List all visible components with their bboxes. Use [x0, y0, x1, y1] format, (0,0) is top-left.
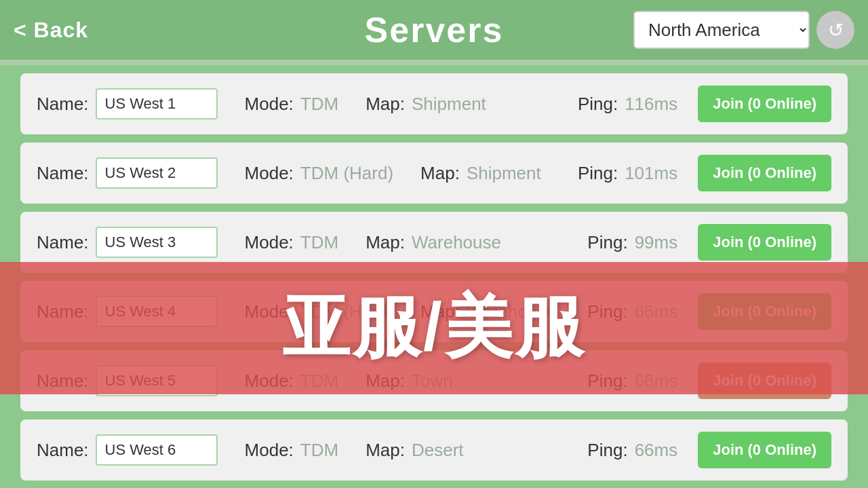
ping-label: Ping:	[578, 94, 618, 115]
ping-value: 99ms	[635, 232, 678, 253]
mode-group: Mode: TDM	[245, 94, 339, 115]
map-value: Shipment	[412, 94, 486, 115]
map-value: Warehouse	[467, 301, 556, 322]
ping-label: Ping:	[587, 440, 627, 461]
map-group: Map: Warehouse	[420, 301, 556, 322]
mode-label: Mode:	[245, 440, 294, 461]
map-value: Desert	[412, 440, 464, 461]
name-input[interactable]	[96, 88, 218, 119]
name-group: Name:	[37, 434, 218, 466]
mode-label: Mode:	[245, 232, 294, 253]
map-group: Map: Warehouse	[366, 232, 501, 253]
map-group: Map: Shipment	[366, 94, 486, 115]
ping-group: Ping: 66ms	[587, 371, 677, 392]
map-label: Map:	[420, 301, 460, 322]
server-list-container: Name: Mode: TDM Map: Shipment Ping: 116m…	[0, 65, 868, 488]
name-input[interactable]	[96, 434, 218, 466]
mode-group: Mode: TDM	[245, 371, 339, 392]
ping-value: 66ms	[635, 371, 678, 392]
map-value: Warehouse	[412, 232, 501, 253]
ping-group: Ping: 99ms	[587, 232, 677, 253]
join-button[interactable]: Join (0 Online)	[698, 155, 831, 191]
ping-value: 66ms	[635, 440, 678, 461]
join-button[interactable]: Join (0 Online)	[698, 362, 831, 399]
mode-value: TDM (Hard)	[300, 163, 393, 184]
map-label: Map:	[366, 371, 405, 392]
name-label: Name:	[37, 301, 89, 322]
name-label: Name:	[37, 94, 89, 115]
name-label: Name:	[37, 232, 89, 253]
ping-label: Ping:	[578, 163, 618, 184]
ping-group: Ping: 101ms	[578, 163, 677, 184]
mode-group: Mode: TDM (Hard)	[245, 301, 393, 322]
mode-value: TDM	[300, 232, 338, 253]
header-divider	[0, 60, 868, 65]
map-group: Map: Desert	[366, 440, 463, 461]
join-button[interactable]: Join (0 Online)	[698, 432, 831, 468]
map-label: Map:	[420, 163, 460, 184]
ping-label: Ping:	[587, 371, 627, 392]
name-group: Name:	[37, 365, 218, 396]
name-label: Name:	[37, 371, 89, 392]
name-input[interactable]	[96, 227, 218, 258]
mode-group: Mode: TDM	[245, 232, 339, 253]
mode-label: Mode:	[245, 371, 294, 392]
name-group: Name:	[37, 157, 218, 189]
join-button[interactable]: Join (0 Online)	[698, 86, 831, 122]
server-row: Name: Mode: TDM Map: Desert Ping: 66ms J…	[20, 419, 848, 481]
mode-group: Mode: TDM	[245, 440, 339, 461]
name-input[interactable]	[96, 365, 218, 396]
name-input[interactable]	[96, 296, 218, 327]
header-right: North America Europe Asia South America …	[633, 11, 854, 49]
mode-value: TDM	[300, 371, 338, 392]
map-group: Map: Town	[366, 371, 453, 392]
map-label: Map:	[366, 232, 405, 253]
mode-label: Mode:	[245, 94, 294, 115]
mode-value: TDM	[300, 440, 338, 461]
server-row: Name: Mode: TDM Map: Shipment Ping: 116m…	[20, 73, 848, 134]
join-button[interactable]: Join (0 Online)	[698, 224, 831, 261]
map-label: Map:	[366, 440, 405, 461]
refresh-icon: ↺	[828, 19, 844, 41]
refresh-button[interactable]: ↺	[816, 11, 854, 49]
mode-value: TDM	[300, 94, 338, 115]
server-row: Name: Mode: TDM (Hard) Map: Warehouse Pi…	[20, 281, 848, 342]
server-row: Name: Mode: TDM (Hard) Map: Shipment Pin…	[20, 143, 848, 204]
join-button[interactable]: Join (0 Online)	[698, 293, 831, 330]
ping-label: Ping:	[587, 301, 627, 322]
ping-label: Ping:	[587, 232, 627, 253]
ping-group: Ping: 66ms	[587, 440, 677, 461]
page-title: Servers	[365, 10, 504, 50]
name-group: Name:	[37, 88, 218, 119]
ping-value: 116ms	[625, 94, 677, 115]
back-button[interactable]: < Back	[14, 18, 88, 43]
name-input[interactable]	[96, 157, 218, 189]
mode-value: TDM (Hard)	[300, 301, 393, 322]
map-value: Town	[412, 371, 453, 392]
ping-value: 66ms	[635, 301, 678, 322]
map-group: Map: Shipment	[420, 163, 541, 184]
mode-label: Mode:	[245, 301, 294, 322]
name-label: Name:	[37, 163, 89, 184]
mode-label: Mode:	[245, 163, 294, 184]
map-label: Map:	[366, 94, 405, 115]
header: < Back Servers North America Europe Asia…	[0, 0, 868, 60]
map-value: Shipment	[467, 163, 541, 184]
name-label: Name:	[37, 440, 89, 461]
server-row: Name: Mode: TDM Map: Town Ping: 66ms Joi…	[20, 350, 848, 411]
server-rows: Name: Mode: TDM Map: Shipment Ping: 116m…	[20, 73, 848, 481]
region-select[interactable]: North America Europe Asia South America	[633, 11, 810, 49]
server-row: Name: Mode: TDM Map: Warehouse Ping: 99m…	[20, 212, 848, 273]
ping-group: Ping: 116ms	[578, 94, 677, 115]
ping-value: 101ms	[625, 163, 677, 184]
ping-group: Ping: 66ms	[587, 301, 677, 322]
name-group: Name:	[37, 296, 218, 327]
name-group: Name:	[37, 227, 218, 258]
mode-group: Mode: TDM (Hard)	[245, 163, 393, 184]
